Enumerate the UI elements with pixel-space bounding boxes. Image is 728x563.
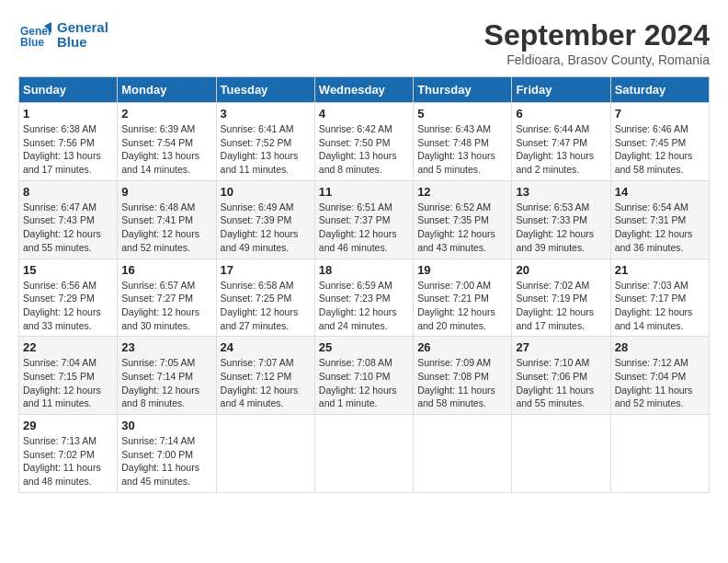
day-info: Sunrise: 6:47 AMSunset: 7:43 PMDaylight:… [23,201,113,255]
month-title: September 2024 [484,18,710,52]
day-number: 18 [319,263,409,277]
calendar-cell: 12Sunrise: 6:52 AMSunset: 7:35 PMDayligh… [414,180,512,259]
day-number: 15 [23,263,113,277]
day-number: 7 [615,107,705,121]
calendar-cell: 5Sunrise: 6:43 AMSunset: 7:48 PMDaylight… [414,103,512,181]
calendar-cell: 2Sunrise: 6:39 AMSunset: 7:54 PMDaylight… [118,103,216,181]
day-number: 30 [121,419,211,432]
day-number: 17 [221,263,311,277]
day-info: Sunrise: 6:48 AMSunset: 7:41 PMDaylight:… [121,201,211,255]
calendar-cell [414,415,512,493]
calendar-cell: 1Sunrise: 6:38 AMSunset: 7:56 PMDaylight… [19,103,118,181]
calendar-cell: 15Sunrise: 6:56 AMSunset: 7:29 PMDayligh… [19,259,118,337]
day-number: 12 [417,185,507,199]
day-info: Sunrise: 7:04 AMSunset: 7:15 PMDaylight:… [23,356,113,410]
calendar-cell [314,415,413,493]
day-number: 21 [615,263,705,277]
weekday-tuesday: Tuesday [216,77,314,103]
location-title: Feldioara, Brasov County, Romania [484,52,710,67]
page-header: General Blue General Blue September 2024… [18,18,710,67]
calendar-cell: 23Sunrise: 7:05 AMSunset: 7:14 PMDayligh… [118,337,216,415]
day-number: 11 [319,185,409,199]
title-block: September 2024 Feldioara, Brasov County,… [484,18,710,67]
logo-line1: General [57,20,108,36]
day-info: Sunrise: 6:41 AMSunset: 7:52 PMDaylight:… [221,122,311,177]
calendar-cell: 20Sunrise: 7:02 AMSunset: 7:19 PMDayligh… [512,259,610,337]
day-number: 25 [319,340,409,354]
day-number: 27 [516,340,606,354]
calendar-cell [610,415,709,493]
day-number: 13 [516,185,606,199]
day-info: Sunrise: 6:53 AMSunset: 7:33 PMDaylight:… [516,201,606,255]
calendar-cell: 6Sunrise: 6:44 AMSunset: 7:47 PMDaylight… [512,103,610,181]
day-number: 6 [516,107,606,121]
day-number: 10 [221,185,311,199]
calendar-cell: 9Sunrise: 6:48 AMSunset: 7:41 PMDaylight… [118,180,216,259]
day-info: Sunrise: 7:08 AMSunset: 7:10 PMDaylight:… [319,356,409,410]
day-number: 16 [121,263,211,277]
weekday-thursday: Thursday [414,77,512,103]
calendar-cell: 16Sunrise: 6:57 AMSunset: 7:27 PMDayligh… [118,259,216,337]
day-number: 24 [221,340,311,354]
calendar-body: 1Sunrise: 6:38 AMSunset: 7:56 PMDaylight… [19,103,710,493]
weekday-monday: Monday [118,77,216,103]
calendar-week-5: 29Sunrise: 7:13 AMSunset: 7:02 PMDayligh… [19,415,710,493]
calendar-cell: 4Sunrise: 6:42 AMSunset: 7:50 PMDaylight… [314,103,413,181]
weekday-wednesday: Wednesday [314,77,413,103]
day-info: Sunrise: 7:12 AMSunset: 7:04 PMDaylight:… [615,356,705,410]
logo-icon: General Blue [18,18,51,52]
day-info: Sunrise: 6:44 AMSunset: 7:47 PMDaylight:… [516,122,606,177]
day-info: Sunrise: 6:46 AMSunset: 7:45 PMDaylight:… [615,122,705,177]
day-info: Sunrise: 7:14 AMSunset: 7:00 PMDaylight:… [121,434,211,488]
calendar-cell: 25Sunrise: 7:08 AMSunset: 7:10 PMDayligh… [314,337,413,415]
day-info: Sunrise: 6:51 AMSunset: 7:37 PMDaylight:… [319,201,409,255]
logo-line2: Blue [57,35,108,51]
weekday-sunday: Sunday [19,77,118,103]
day-info: Sunrise: 7:07 AMSunset: 7:12 PMDaylight:… [221,356,311,410]
day-info: Sunrise: 7:05 AMSunset: 7:14 PMDaylight:… [121,356,211,410]
calendar-cell: 7Sunrise: 6:46 AMSunset: 7:45 PMDaylight… [610,103,709,181]
day-info: Sunrise: 6:49 AMSunset: 7:39 PMDaylight:… [221,201,311,255]
day-info: Sunrise: 7:02 AMSunset: 7:19 PMDaylight:… [516,279,606,333]
logo: General Blue General Blue [18,18,108,52]
day-info: Sunrise: 6:52 AMSunset: 7:35 PMDaylight:… [417,201,507,255]
calendar-table: SundayMondayTuesdayWednesdayThursdayFrid… [18,76,710,493]
calendar-cell: 10Sunrise: 6:49 AMSunset: 7:39 PMDayligh… [216,180,314,259]
calendar-cell: 30Sunrise: 7:14 AMSunset: 7:00 PMDayligh… [118,415,216,493]
calendar-cell: 29Sunrise: 7:13 AMSunset: 7:02 PMDayligh… [19,415,118,493]
day-info: Sunrise: 7:09 AMSunset: 7:08 PMDaylight:… [417,356,507,410]
day-number: 8 [23,185,113,199]
calendar-cell [216,415,314,493]
calendar-cell: 18Sunrise: 6:59 AMSunset: 7:23 PMDayligh… [314,259,413,337]
calendar-cell [512,415,610,493]
calendar-week-4: 22Sunrise: 7:04 AMSunset: 7:15 PMDayligh… [19,337,710,415]
calendar-week-2: 8Sunrise: 6:47 AMSunset: 7:43 PMDaylight… [19,180,710,259]
day-number: 23 [121,340,211,354]
day-number: 4 [319,107,409,121]
day-info: Sunrise: 6:38 AMSunset: 7:56 PMDaylight:… [23,122,113,177]
day-info: Sunrise: 7:03 AMSunset: 7:17 PMDaylight:… [615,279,705,333]
calendar-cell: 24Sunrise: 7:07 AMSunset: 7:12 PMDayligh… [216,337,314,415]
calendar-cell: 14Sunrise: 6:54 AMSunset: 7:31 PMDayligh… [610,180,709,259]
day-number: 28 [615,340,705,354]
day-number: 2 [121,107,211,121]
day-info: Sunrise: 7:13 AMSunset: 7:02 PMDaylight:… [23,434,113,488]
day-info: Sunrise: 6:42 AMSunset: 7:50 PMDaylight:… [319,122,409,177]
calendar-cell: 27Sunrise: 7:10 AMSunset: 7:06 PMDayligh… [512,337,610,415]
calendar-cell: 22Sunrise: 7:04 AMSunset: 7:15 PMDayligh… [19,337,118,415]
day-number: 5 [417,107,507,121]
day-number: 26 [417,340,507,354]
day-info: Sunrise: 6:58 AMSunset: 7:25 PMDaylight:… [221,279,311,333]
calendar-cell: 28Sunrise: 7:12 AMSunset: 7:04 PMDayligh… [610,337,709,415]
day-number: 1 [23,107,113,121]
calendar-cell: 8Sunrise: 6:47 AMSunset: 7:43 PMDaylight… [19,180,118,259]
calendar-cell: 13Sunrise: 6:53 AMSunset: 7:33 PMDayligh… [512,180,610,259]
calendar-cell: 3Sunrise: 6:41 AMSunset: 7:52 PMDaylight… [216,103,314,181]
day-number: 29 [23,419,113,432]
calendar-cell: 17Sunrise: 6:58 AMSunset: 7:25 PMDayligh… [216,259,314,337]
day-info: Sunrise: 7:10 AMSunset: 7:06 PMDaylight:… [516,356,606,410]
day-number: 22 [23,340,113,354]
weekday-header-row: SundayMondayTuesdayWednesdayThursdayFrid… [19,77,710,103]
day-number: 14 [615,185,705,199]
day-number: 19 [417,263,507,277]
